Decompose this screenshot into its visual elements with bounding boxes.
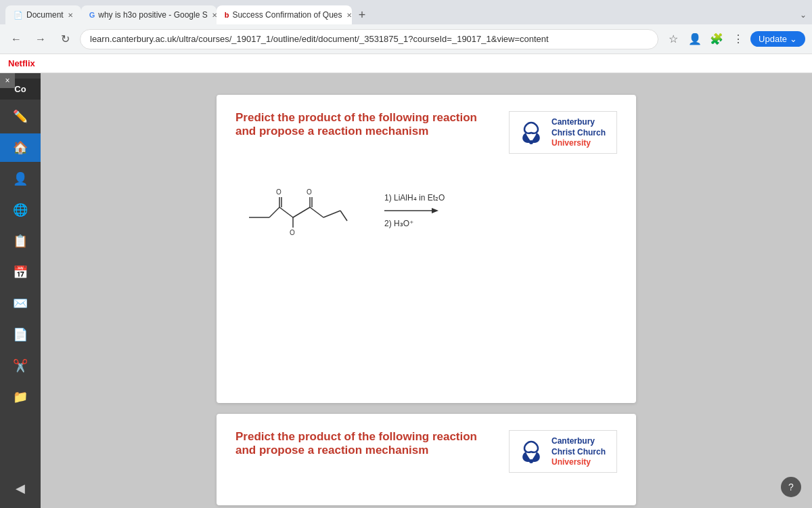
university-logo-2: Canterbury Christ Church University	[509, 430, 617, 473]
sidebar-icon-folder[interactable]: 📁	[0, 383, 41, 411]
svg-text:O: O	[276, 188, 281, 196]
card-2-title: Predict the product of the following rea…	[235, 430, 509, 457]
svg-line-9	[293, 207, 310, 217]
svg-point-18	[529, 459, 533, 463]
reload-button[interactable]: ↻	[55, 30, 74, 49]
browser-actions: ☆ 👤 🧩 ⋮ Update ⌄	[664, 30, 805, 49]
sidebar-icon-calendar[interactable]: 📅	[0, 258, 41, 287]
card-2-header: Predict the product of the following rea…	[235, 430, 617, 473]
svg-text:O: O	[290, 229, 295, 236]
logo-text-2: Canterbury Christ Church University	[551, 436, 606, 467]
profile-icon[interactable]: 👤	[685, 30, 704, 49]
logo2-line1: Canterbury	[551, 436, 606, 447]
close-button[interactable]: ×	[0, 73, 15, 88]
sidebar-icon-scissors[interactable]: ✂️	[0, 352, 41, 380]
svg-line-15	[340, 211, 347, 221]
card-1-main: Predict the product of the following rea…	[217, 95, 636, 403]
forward-button[interactable]: →	[31, 30, 50, 49]
card-2: Predict the product of the following rea…	[217, 414, 636, 505]
help-icon: ?	[788, 482, 794, 492]
tab-document-label: Document	[26, 10, 64, 20]
update-label: Update	[759, 34, 787, 44]
reaction-step2: 2) H₃O⁺	[384, 219, 413, 228]
tab-success[interactable]: b Success Confirmation of Ques ✕	[217, 5, 352, 24]
sidebar-top-label: Co	[14, 84, 26, 94]
svg-line-2	[269, 207, 279, 217]
sidebar-icon-edit[interactable]: ✏️	[0, 102, 41, 131]
sidebar-icon-back[interactable]: ◀	[0, 474, 41, 503]
arrow-svg	[384, 205, 438, 216]
content-area: Predict the product of the following rea…	[41, 73, 812, 508]
card-1-header: Predict the product of the following rea…	[235, 111, 617, 154]
reaction-arrow: 1) LiAlH₄ in Et₂O 2) H₃O⁺	[384, 193, 445, 228]
sidebar-icon-user[interactable]: 👤	[0, 165, 41, 193]
help-button[interactable]: ?	[781, 477, 801, 497]
close-icon: ×	[5, 76, 9, 85]
update-chevron-icon: ⌄	[790, 34, 797, 44]
logo-line3: University	[551, 138, 606, 148]
molecule-svg: O O O	[235, 184, 371, 238]
svg-line-6	[279, 207, 293, 217]
sidebar-icon-clipboard[interactable]: 📋	[0, 227, 41, 255]
university-logo-icon	[518, 119, 545, 146]
more-icon[interactable]: ⋮	[729, 30, 748, 49]
svg-line-14	[323, 211, 340, 217]
extensions-icon[interactable]: 🧩	[707, 30, 726, 49]
address-bar: ← → ↻ ☆ 👤 🧩 ⋮ Update ⌄	[0, 24, 812, 54]
svg-marker-17	[432, 208, 438, 213]
logo-line2: Christ Church	[551, 128, 606, 139]
answer-area	[235, 251, 617, 387]
tab-bar: 📄 Document ✕ G why is h3o positive - Goo…	[0, 0, 812, 24]
sidebar-bottom: ◀	[0, 474, 41, 503]
tab-success-label: Success Confirmation of Ques	[232, 10, 342, 20]
back-button[interactable]: ←	[7, 30, 26, 49]
document-icon: 📄	[14, 11, 23, 20]
university-logo-icon-2	[518, 438, 545, 465]
browser-chrome: 📄 Document ✕ G why is h3o positive - Goo…	[0, 0, 812, 54]
tab-document-close[interactable]: ✕	[68, 12, 73, 19]
bookmark-icon[interactable]: ☆	[664, 30, 683, 49]
logo-line1: Canterbury	[551, 117, 606, 128]
blackboard-icon: b	[225, 11, 229, 19]
tab-google[interactable]: G why is h3o positive - Google S ✕	[81, 5, 217, 24]
sidebar: Co × ✏️ 🏠 👤 🌐 📋 📅 ✉️ 📄 ✂️ 📁 ◀	[0, 73, 41, 508]
update-button[interactable]: Update ⌄	[750, 31, 805, 47]
tab-google-label: why is h3o positive - Google S	[98, 10, 207, 20]
tab-success-close[interactable]: ✕	[346, 12, 352, 19]
svg-line-13	[310, 207, 323, 217]
google-icon: G	[89, 11, 95, 19]
chemistry-diagram: O O O	[235, 170, 617, 251]
card-1: Predict the product of the following rea…	[217, 95, 636, 403]
logo2-line3: University	[551, 457, 606, 467]
sidebar-icon-home[interactable]: 🏠	[0, 133, 41, 162]
logo2-line2: Christ Church	[551, 447, 606, 458]
svg-text:O: O	[307, 188, 312, 196]
card-2-main: Predict the product of the following rea…	[217, 414, 636, 505]
tab-document[interactable]: 📄 Document ✕	[5, 5, 81, 24]
logo-text: Canterbury Christ Church University	[551, 117, 606, 148]
tab-google-close[interactable]: ✕	[212, 12, 217, 19]
tab-chevron-icon[interactable]: ⌄	[800, 10, 807, 20]
svg-point-0	[529, 140, 533, 144]
netflix-bar: Netflix	[0, 54, 812, 73]
reaction-step1: 1) LiAlH₄ in Et₂O	[384, 193, 445, 203]
university-logo-1: Canterbury Christ Church University	[509, 111, 617, 154]
sidebar-icon-globe[interactable]: 🌐	[0, 196, 41, 224]
card-1-title: Predict the product of the following rea…	[235, 111, 509, 138]
address-input[interactable]	[80, 29, 658, 49]
new-tab-button[interactable]: +	[355, 8, 370, 22]
sidebar-icon-mail[interactable]: ✉️	[0, 289, 41, 318]
sidebar-icon-doc[interactable]: 📄	[0, 320, 41, 349]
main-area: Co × ✏️ 🏠 👤 🌐 📋 📅 ✉️ 📄 ✂️ 📁 ◀ Predict th…	[0, 73, 812, 508]
netflix-label: Netflix	[8, 58, 35, 68]
